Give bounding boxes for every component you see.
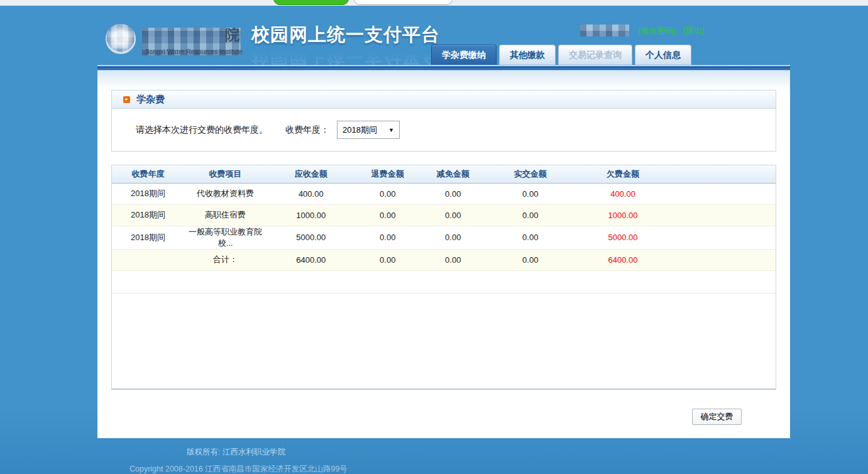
cell-fee-item: 高职住宿费 xyxy=(184,204,266,226)
fees-table-panel: 收费年度 收费项目 应收金额 退费金额 减免金额 实交金额 欠费金额 2018期… xyxy=(111,165,776,390)
dropdown-arrow-icon: ▼ xyxy=(388,127,394,133)
site-header: 院 Jiangxi Water Resources Institute 校园网上… xyxy=(0,6,868,65)
cell-amount-due: 5000.00 xyxy=(266,226,356,249)
browser-address-box-partial[interactable] xyxy=(354,0,453,5)
total-owed: 6400.00 xyxy=(574,249,671,270)
main-content: ▸ 学杂费 请选择本次进行交费的收费年度。 收费年度： 2018期间 ▼ 收费年… xyxy=(97,70,790,438)
change-password-link[interactable]: [修改密码] xyxy=(639,25,676,36)
cell-fee-item: 代收教材资料费 xyxy=(184,183,266,204)
school-name-english: Jiangxi Water Resources Institute xyxy=(145,48,243,55)
logout-link[interactable]: [退出] xyxy=(683,25,704,36)
col-header-owed: 欠费金额 xyxy=(574,165,671,183)
cell-amount-due: 400.00 xyxy=(266,183,356,204)
fee-section-body: 请选择本次进行交费的收费年度。 收费年度： 2018期间 ▼ xyxy=(112,109,776,151)
tab-other-payment[interactable]: 其他缴款 xyxy=(499,45,556,65)
user-bar: [修改密码] [退出] xyxy=(580,25,711,36)
button-row: 确定交费 xyxy=(111,409,776,425)
browser-green-button-partial[interactable] xyxy=(273,0,349,5)
school-emblem-icon xyxy=(106,24,136,54)
cell-paid: 0.00 xyxy=(486,226,574,249)
section-title: 学杂费 xyxy=(136,94,165,106)
confirm-payment-button[interactable]: 确定交费 xyxy=(692,409,742,425)
fees-table: 收费年度 收费项目 应收金额 退费金额 减免金额 实交金额 欠费金额 2018期… xyxy=(112,165,776,390)
cell-owed: 5000.00 xyxy=(574,226,671,249)
cell-paid: 0.00 xyxy=(486,183,574,204)
cell-owed: 1000.00 xyxy=(574,204,671,226)
header-divider xyxy=(97,65,790,70)
school-name-visible-char: 院 xyxy=(225,28,239,42)
tab-tuition-payment[interactable]: 学杂费缴纳 xyxy=(431,45,497,65)
total-reduction: 0.00 xyxy=(420,249,486,270)
cell-fee-year: 2018期间 xyxy=(112,226,184,249)
cell-reduction: 0.00 xyxy=(420,183,486,204)
table-total-row: 合计： 6400.00 0.00 0.00 0.00 6400.00 xyxy=(112,249,776,270)
col-header-refund: 退费金额 xyxy=(356,165,420,183)
tab-transaction-history[interactable]: 交易记录查询 xyxy=(558,45,632,65)
cell-refund: 0.00 xyxy=(356,204,420,226)
browser-top-strip xyxy=(0,0,868,6)
fee-year-select[interactable]: 2018期间 ▼ xyxy=(337,121,400,139)
cell-fee-year: 2018期间 xyxy=(112,183,184,204)
total-label: 合计： xyxy=(184,249,266,270)
fee-section-header: ▸ 学杂费 xyxy=(112,91,776,109)
cell-owed: 400.00 xyxy=(574,183,671,204)
table-filler xyxy=(112,293,776,390)
col-header-fee-year: 收费年度 xyxy=(112,165,184,183)
copyright-owner-text: 版权所有: 江西水利职业学院 xyxy=(187,447,285,458)
total-refund: 0.00 xyxy=(356,249,420,270)
page-footer: 版权所有: 江西水利职业学院 Copyright 2008-2016 江西省南昌… xyxy=(0,438,868,474)
cell-reduction: 0.00 xyxy=(420,204,486,226)
cell-refund: 0.00 xyxy=(356,226,420,249)
col-header-fee-item: 收费项目 xyxy=(184,165,266,183)
cell-paid: 0.00 xyxy=(486,204,574,226)
year-instruction-text: 请选择本次进行交费的收费年度。 xyxy=(136,124,268,136)
school-name-masked: 院 Jiangxi Water Resources Institute xyxy=(142,28,241,55)
orange-bullet-icon: ▸ xyxy=(123,96,130,103)
table-row: 2018期间 高职住宿费 1000.00 0.00 0.00 0.00 1000… xyxy=(112,204,776,226)
total-paid: 0.00 xyxy=(486,249,574,270)
school-logo: 院 Jiangxi Water Resources Institute xyxy=(106,24,241,57)
fee-section-panel: ▸ 学杂费 请选择本次进行交费的收费年度。 收费年度： 2018期间 ▼ xyxy=(111,90,776,152)
col-header-reduction: 减免金额 xyxy=(420,165,486,183)
cell-refund: 0.00 xyxy=(356,183,420,204)
table-row: 2018期间 一般高等职业教育院校... 5000.00 0.00 0.00 0… xyxy=(112,226,776,249)
fee-year-label: 收费年度： xyxy=(285,124,329,136)
site-title: 校园网上统一支付平台 校园网上统一支付平台 xyxy=(251,23,440,69)
copyright-address-text: Copyright 2008-2016 江西省南昌市国家经济开发区北山路99号 xyxy=(129,464,348,474)
col-header-amount-due: 应收金额 xyxy=(266,165,356,183)
cell-fee-item: 一般高等职业教育院校... xyxy=(184,226,266,249)
total-amount-due: 6400.00 xyxy=(266,249,356,270)
cell-amount-due: 1000.00 xyxy=(266,204,356,226)
username-masked xyxy=(580,25,629,36)
nav-tabs: 学杂费缴纳 其他缴款 交易记录查询 个人信息 xyxy=(431,45,691,65)
table-row: 2018期间 代收教材资料费 400.00 0.00 0.00 0.00 400… xyxy=(112,183,776,204)
tab-personal-info[interactable]: 个人信息 xyxy=(635,45,691,65)
fee-year-selected-value: 2018期间 xyxy=(343,124,377,136)
table-header-row: 收费年度 收费项目 应收金额 退费金额 减免金额 实交金额 欠费金额 xyxy=(112,165,776,183)
table-empty-row xyxy=(112,270,776,293)
col-header-paid: 实交金额 xyxy=(486,165,574,183)
cell-reduction: 0.00 xyxy=(420,226,486,249)
cell-fee-year: 2018期间 xyxy=(112,204,184,226)
col-header-blank xyxy=(671,165,776,183)
